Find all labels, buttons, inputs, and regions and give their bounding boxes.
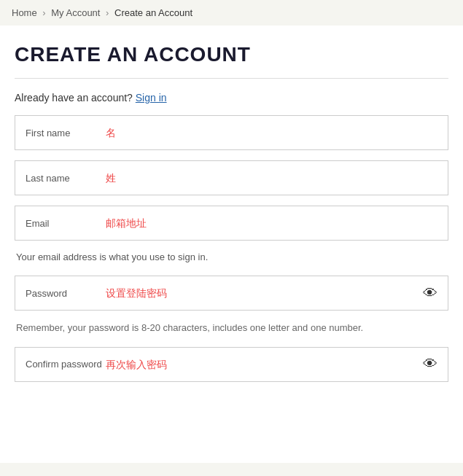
email-input[interactable]	[106, 217, 437, 229]
last-name-label: Last name	[26, 173, 106, 184]
breadcrumb-separator-1: ›	[42, 7, 48, 18]
confirm-password-field: Confirm password 👁	[15, 347, 448, 382]
first-name-input[interactable]	[106, 127, 437, 138]
divider	[15, 78, 448, 79]
breadcrumb: Home › My Account › Create an Account	[0, 0, 463, 26]
page-title: CREATE AN ACCOUNT	[15, 43, 448, 66]
breadcrumb-separator-2: ›	[106, 7, 112, 18]
already-have-account-text: Already have an account? Sign in	[15, 92, 448, 104]
breadcrumb-home[interactable]: Home	[12, 7, 37, 18]
last-name-input[interactable]	[106, 172, 437, 184]
password-hint: Remember, your password is 8-20 characte…	[15, 321, 448, 335]
email-hint-text: Your email address is what you use to si…	[16, 251, 208, 262]
sign-in-link[interactable]: Sign in	[136, 92, 167, 104]
password-field: Password 👁	[15, 276, 448, 311]
last-name-field: Last name	[15, 160, 448, 195]
confirm-password-label: Confirm password	[26, 359, 106, 370]
password-toggle-icon[interactable]: 👁	[423, 285, 437, 302]
email-label: Email	[26, 218, 106, 229]
first-name-field: First name	[15, 115, 448, 150]
email-hint: Your email address is what you use to si…	[15, 251, 448, 264]
confirm-password-toggle-icon[interactable]: 👁	[423, 356, 437, 372]
password-label: Password	[26, 288, 106, 299]
breadcrumb-my-account[interactable]: My Account	[51, 7, 100, 18]
email-field: Email	[15, 206, 448, 241]
already-text: Already have an account?	[15, 92, 133, 104]
password-input[interactable]	[106, 287, 423, 299]
confirm-password-input[interactable]	[106, 359, 423, 370]
main-content: CREATE AN ACCOUNT Already have an accoun…	[0, 26, 463, 463]
first-name-label: First name	[26, 128, 106, 138]
breadcrumb-current: Create an Account	[114, 7, 192, 18]
